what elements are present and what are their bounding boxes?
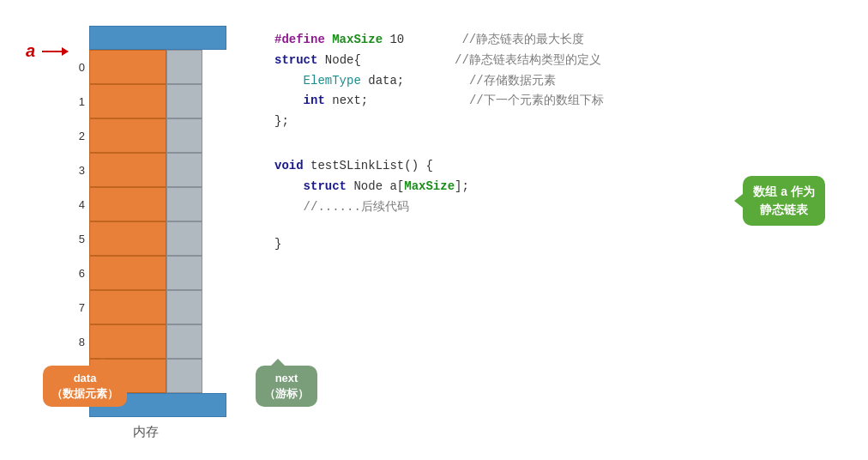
row-cells-7 (89, 290, 202, 324)
cell-next-8 (166, 324, 202, 359)
arrow-icon (42, 51, 68, 52)
table-row: 8 (65, 324, 226, 359)
row-cells-2 (89, 118, 202, 153)
cell-data-1 (89, 84, 166, 118)
callout-array-line2: 静态链表 (753, 201, 815, 219)
cell-next-5 (166, 221, 202, 256)
macro-maxsize: MaxSize (332, 33, 383, 46)
code-line-4: int next; //下一个元素的数组下标 (274, 91, 851, 112)
cell-next-4 (166, 187, 202, 221)
row-index-5: 5 (65, 221, 89, 256)
close-brace-1: }; (274, 114, 289, 128)
struct-keyword-2: struct (304, 179, 347, 193)
close-brace-2: } (274, 237, 281, 251)
table-row: 1 (65, 84, 226, 118)
table-row: 0 (65, 50, 226, 84)
row-cells-3 (89, 153, 202, 187)
code-line-3: ElemType data; //存储数据元素 (274, 71, 851, 92)
comment-5: //......后续代码 (304, 200, 409, 214)
comment-1: //静态链表的最大长度 (461, 33, 584, 46)
code-block-3: } (274, 234, 851, 255)
row-cells-8 (89, 324, 202, 359)
cell-next-3 (166, 153, 202, 187)
row-cells-0 (89, 50, 202, 84)
cell-data-3 (89, 153, 166, 187)
cell-data-7 (89, 290, 166, 324)
callout-data-line2: （数据元素） (51, 386, 118, 402)
table-row: 6 (65, 256, 226, 290)
cell-next-0 (166, 50, 202, 84)
code-line-5: }; (274, 112, 851, 132)
callout-array: 数组 a 作为 静态链表 (743, 176, 825, 226)
row-cells-5 (89, 221, 202, 256)
row-index-4: 4 (65, 187, 89, 221)
callout-data-line1: data (51, 371, 118, 386)
array-top-bar (89, 26, 226, 50)
cell-data-8 (89, 324, 166, 359)
code-line-9: } (274, 234, 851, 255)
code-line-6: void testSLinkList() { (274, 156, 851, 177)
cell-next-7 (166, 290, 202, 324)
row-index-2: 2 (65, 118, 89, 153)
cell-data-2 (89, 118, 166, 153)
row-cells-6 (89, 256, 202, 290)
callout-array-line1: 数组 a 作为 (753, 183, 815, 201)
comment-2: //静态链表结构类型的定义 (455, 53, 601, 67)
cell-next-2 (166, 118, 202, 153)
label-a-text: a (26, 41, 35, 61)
row-index-1: 1 (65, 84, 89, 118)
void-keyword: void (274, 159, 304, 172)
row-index-0: 0 (65, 50, 89, 84)
memory-diagram: a 0 1 (51, 17, 240, 451)
fn-signature: testSLinkList() { (310, 159, 433, 172)
code-line-2: struct Node{ //静态链表结构类型的定义 (274, 51, 851, 71)
code-section: #define MaxSize 10 //静态链表的最大长度 struct No… (266, 17, 859, 451)
define-keyword: #define (274, 33, 325, 46)
table-row: 3 (65, 153, 226, 187)
row-index-8: 8 (65, 324, 89, 359)
cell-data-6 (89, 256, 166, 290)
row-cells-4 (89, 187, 202, 221)
table-row: 5 (65, 221, 226, 256)
callout-next: next （游标） (256, 366, 317, 407)
cell-next-6 (166, 256, 202, 290)
maxsize-ref: MaxSize (404, 179, 455, 193)
table-row: 4 (65, 187, 226, 221)
table-row: 2 (65, 118, 226, 153)
row-index-3: 3 (65, 153, 89, 187)
callout-next-line1: next (264, 371, 309, 386)
int-keyword: int (304, 94, 325, 107)
cell-next-9 (166, 359, 202, 393)
memory-label: 内存 (133, 424, 159, 440)
node-array-decl: Node a[MaxSize]; (353, 179, 468, 193)
array-label-a: a (26, 41, 68, 61)
comment-3: //存储数据元素 (469, 74, 556, 88)
elemtype-keyword: ElemType (304, 74, 361, 88)
comment-4: //下一个元素的数组下标 (469, 94, 604, 107)
cell-next-1 (166, 84, 202, 118)
node-name: Node{ (325, 53, 361, 67)
struct-keyword-1: struct (274, 53, 317, 67)
callout-next-line2: （游标） (264, 386, 309, 402)
cell-data-4 (89, 187, 166, 221)
array-wrapper: 0 1 2 3 (65, 26, 226, 417)
macro-value: 10 (389, 33, 404, 46)
code-block: #define MaxSize 10 //静态链表的最大长度 struct No… (274, 30, 851, 132)
row-index-7: 7 (65, 290, 89, 324)
cell-data-5 (89, 221, 166, 256)
cell-data-0 (89, 50, 166, 84)
code-line-1: #define MaxSize 10 //静态链表的最大长度 (274, 30, 851, 51)
next-field: next; (332, 94, 368, 107)
row-cells-1 (89, 84, 202, 118)
callout-data: data （数据元素） (43, 366, 127, 407)
row-index-6: 6 (65, 256, 89, 290)
table-row: 7 (65, 290, 226, 324)
data-field: data; (368, 74, 404, 88)
